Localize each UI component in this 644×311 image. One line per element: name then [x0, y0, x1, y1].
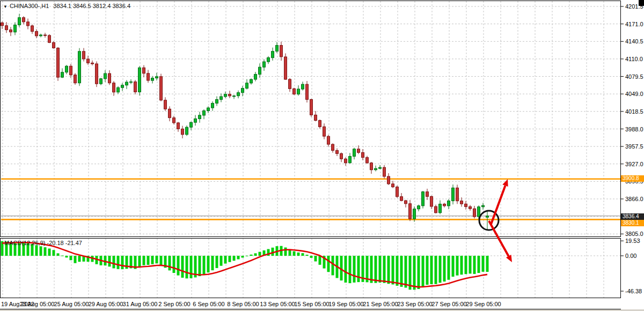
macd-bar	[349, 256, 352, 283]
macd-tick-label: 0.00	[625, 253, 636, 259]
collapse-chart-button[interactable]: ▼	[3, 4, 8, 9]
macd-bar	[297, 253, 300, 256]
candle-body	[362, 152, 364, 157]
macd-bar	[400, 256, 403, 287]
panel-borders	[0, 1, 621, 309]
candle-body	[383, 167, 386, 176]
macd-bar	[70, 256, 72, 260]
macd-bar	[310, 256, 313, 258]
candle-body	[117, 87, 120, 92]
candle-body	[413, 209, 416, 219]
macd-bar	[57, 253, 60, 256]
candle-body	[400, 197, 403, 201]
time-label: 8 Sep 05:00	[227, 301, 259, 307]
time-label: 29 Aug 05:00	[89, 301, 123, 307]
candle-body	[169, 109, 171, 117]
price-badge-current: 3836.4	[621, 213, 644, 220]
price-tick-label: 4079.5	[625, 73, 643, 80]
candle-body	[199, 115, 201, 119]
candle-body	[473, 209, 476, 217]
candle-body	[439, 204, 442, 213]
macd-bar	[48, 249, 51, 256]
macd-bar	[211, 256, 214, 270]
macd-bar	[469, 256, 472, 273]
macd-tick-label: -46.38	[625, 288, 642, 294]
price-tick-label: 3957.5	[625, 143, 643, 150]
candle-body	[409, 204, 412, 219]
macd-bar	[203, 256, 206, 275]
macd-bar	[413, 256, 416, 290]
macd-bar	[121, 256, 124, 269]
candle-body	[297, 89, 300, 94]
candle-body	[203, 111, 206, 116]
time-label: 2 Sep 05:00	[158, 301, 190, 307]
macd-bar	[241, 256, 244, 258]
macd-bar	[78, 256, 81, 262]
candle-body	[173, 118, 175, 123]
macd-bar	[272, 248, 274, 256]
candle-body	[293, 88, 296, 94]
macd-bar	[478, 256, 480, 273]
macd-bar	[229, 256, 231, 262]
time-label: 6 Sep 05:00	[193, 301, 224, 307]
candle-body	[323, 127, 326, 136]
candle-body	[456, 188, 459, 201]
candle-body	[229, 94, 231, 96]
macd-bar	[426, 256, 429, 285]
candle-body	[216, 100, 218, 103]
candle-body	[396, 187, 399, 197]
macd-bar	[65, 256, 68, 257]
macd-bar	[177, 256, 180, 276]
macd-bar	[392, 256, 394, 285]
candle-body	[70, 66, 72, 75]
ohlc-values-label: 3834.1 3846.5 3812.4 3836.4	[53, 3, 130, 9]
candle-body	[465, 204, 467, 206]
macd-bar	[44, 247, 47, 256]
candle-body	[357, 149, 360, 153]
time-label: 23 Aug 05:00	[20, 301, 55, 307]
macd-bar	[319, 256, 321, 265]
macd-bar	[422, 256, 425, 286]
axis-labels: 4201.54171.04140.54110.04079.54049.04018…	[1, 3, 643, 311]
candle-body	[48, 35, 51, 42]
candle-body	[121, 85, 124, 88]
chart-canvas[interactable]: 4201.54171.04140.54110.04079.54049.04018…	[0, 0, 644, 311]
macd-bar	[353, 256, 356, 283]
price-tick-label: 3866.0	[625, 196, 643, 202]
price-tick-label: 4140.5	[625, 38, 643, 45]
time-label: 19 Sep 05:00	[328, 301, 363, 307]
candle-body	[418, 206, 420, 209]
candle-body	[289, 79, 291, 89]
candle-body	[190, 122, 193, 127]
macd-bar	[430, 256, 433, 284]
candle-body	[23, 18, 25, 22]
price-tick-label: 4018.5	[625, 108, 643, 115]
candle-body	[233, 96, 236, 97]
macd-bar	[379, 256, 382, 283]
candle-body	[151, 78, 154, 81]
candle-body	[44, 35, 47, 35]
macd-bar	[35, 245, 38, 256]
candle-body	[302, 84, 304, 89]
candle-body	[246, 83, 248, 88]
bullish-arrow-head	[502, 179, 508, 187]
macd-tick-label: 19.53	[625, 238, 640, 244]
time-label: 15 Sep 05:00	[294, 301, 329, 307]
candle-body	[422, 192, 425, 206]
drawing-annotations[interactable]	[479, 179, 512, 262]
macd-bar	[460, 256, 463, 275]
time-label: 25 Aug 05:00	[54, 301, 89, 307]
macd-bar	[173, 256, 175, 273]
macd-bar	[224, 256, 227, 264]
macd-bar	[452, 256, 455, 277]
price-badge-resistance: 3900.8	[621, 175, 644, 182]
candle-body	[435, 206, 437, 213]
macd-bar	[482, 256, 485, 272]
macd-bar	[370, 256, 373, 283]
price-tick-label: 4171.0	[625, 21, 643, 27]
candle-body	[100, 79, 103, 84]
candle-body	[379, 167, 382, 168]
macd-bar	[418, 256, 420, 289]
candle-body	[405, 201, 407, 204]
candle-body	[91, 63, 94, 64]
